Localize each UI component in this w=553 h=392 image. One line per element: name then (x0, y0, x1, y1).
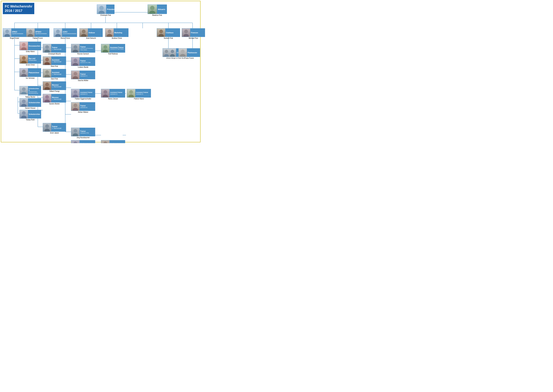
svg-point-69 (21, 61, 27, 63)
svg-point-48 (99, 6, 104, 10)
assist-trainer-jb-name: Rolf Rebholz (101, 53, 125, 55)
aktuarin-node: Aktuarin Beatrice Fink (148, 5, 167, 16)
svg-point-98 (74, 90, 77, 94)
assistent1b-role: Assistent (52, 72, 65, 73)
assistent1b-node: Assistent 1. Mannschaft Dani Fink (43, 69, 66, 80)
platzkassier-role: Platzkassier (187, 52, 199, 54)
aktuarin-name: Beatrice Fink (148, 14, 167, 16)
svg-point-49 (98, 11, 104, 14)
svg-point-114 (171, 50, 174, 53)
schiri2-role: Schiedsrichter (29, 113, 40, 115)
trainer2-node: Trainer 2. Mannschaft Erich Jakob (43, 123, 66, 134)
svg-point-51 (149, 11, 155, 14)
clubhaus-node: Clubhaus Norbert Fink (157, 28, 180, 39)
svg-point-93 (103, 49, 108, 52)
svg-point-54 (29, 30, 32, 33)
svg-point-74 (22, 99, 26, 103)
masseur1b-name: Sandro Beeler (43, 103, 66, 105)
svg-point-73 (21, 92, 27, 95)
trainer-jfg-subrole: Junioren F/G (80, 132, 94, 134)
trainer-jb2-role: Trainer (80, 60, 94, 62)
svg-point-91 (73, 49, 78, 52)
trainer-jc-role: Trainer (80, 73, 94, 75)
svg-point-66 (22, 43, 26, 47)
svg-point-80 (45, 58, 49, 61)
platzzeichner-node: Platzzeichner Ivo Schreier (20, 68, 41, 79)
ajko-name: Remo Christ (54, 37, 77, 39)
svg-point-77 (21, 116, 27, 118)
masseur1a-name: Gilbert Frangi (43, 90, 66, 92)
trainer-jc-subrole: Junioren C (80, 75, 94, 77)
assist-trainer-jb-subrole: Junioren B Thal United (110, 49, 124, 50)
marketing-name: Andrea Christ (105, 37, 128, 39)
president-name: Christoph Fink (97, 14, 114, 16)
svg-point-100 (104, 90, 107, 94)
anlaesse-role: Anlässe (89, 32, 102, 34)
svg-point-78 (45, 45, 49, 49)
anlaesse-name: Andi Dietschi (79, 37, 103, 39)
assist-trainer-jd1-role: Assistent-Trainer (80, 91, 94, 93)
svg-point-106 (74, 129, 77, 133)
assist-trainer-jd3-role: Assistent-Trainer (136, 91, 150, 93)
trainer-je-name: Adrian Walser (71, 111, 95, 113)
trainer-jb-promo-node: Trainer Junioren B Promotion Thal United… (71, 44, 95, 55)
spiko-role: SPIKO (12, 31, 25, 33)
svg-point-117 (180, 54, 185, 57)
schiri1-role: Schiedsrichter (29, 102, 40, 104)
trainer-jb-promo-subrole: Junioren B Promotion Thal United (80, 48, 94, 51)
schiri-verantwortlicher-role: Schiedsrichter & (29, 88, 40, 91)
spoko-subrole: Sportkommission (35, 33, 48, 35)
spoko-role: SPOKO (35, 31, 48, 33)
svg-point-57 (55, 34, 61, 37)
trainer1-name: Christoph Büschi (43, 53, 66, 55)
svg-point-115 (170, 54, 175, 57)
org-chart: Präsident Christoph Fink Aktuarin Beatri… (3, 4, 199, 140)
svg-point-75 (21, 104, 27, 107)
svg-point-50 (150, 6, 154, 10)
assistent1a-subrole: 1. Mannschaft (52, 61, 65, 63)
svg-point-56 (56, 30, 60, 33)
spoko-node: SPOKO Sportkommission Fabian Furrer (26, 28, 49, 39)
svg-point-94 (74, 59, 77, 62)
svg-point-101 (103, 95, 108, 97)
bau-name: Ernst Christ (20, 64, 41, 66)
svg-point-103 (128, 95, 134, 97)
page: FC Welschenrohr 2016 / 2017 (1, 1, 200, 142)
assist-trainer-jd1-subrole: Junioren D (80, 93, 94, 95)
svg-point-105 (73, 108, 78, 111)
svg-point-83 (44, 75, 50, 77)
svg-point-71 (21, 74, 27, 77)
assist-trainer-jd1-name: Fabian Eggenschwiler (71, 98, 95, 100)
trainer-jb-promo-name: Ronnie Gertsch (71, 53, 95, 55)
svg-point-67 (21, 47, 27, 50)
svg-point-87 (44, 99, 50, 102)
trainer-jc-name: Sascha Müller (71, 80, 95, 81)
bau-subrole: Infrastruktur (29, 59, 40, 61)
trainer-je-node: Trainer Junioren E Adrian Walser (71, 102, 95, 113)
masseur1a-node: Masseur 1. Mannschaft Gilbert Frangi (43, 81, 66, 92)
spiko-subrole: Spielkommission (12, 33, 25, 35)
trainer-jfg-role: Trainer (80, 130, 94, 132)
finanzen-node: Finanzen Michael Fluri (182, 28, 205, 39)
assist-jfg1-node: Assistent Junioren F/G Stefan Grollimund (71, 140, 95, 143)
schiri1-name: Daniel Hüsser (20, 107, 41, 109)
trainer-jfg-name: Jürg Nussbaumer (71, 137, 95, 139)
assist-trainer-jd2-subrole: Junioren D (110, 93, 124, 95)
assist-jfg2-role: Assistent (110, 143, 124, 143)
schiri-verantwortlicher-name: Tobias Beeler (20, 96, 41, 98)
svg-point-62 (159, 30, 163, 33)
assist-trainer-jd3-name: Patrick Hänni (127, 98, 151, 100)
masseur1a-subrole: 1. Mannschaft (52, 86, 65, 88)
president-role: Präsident (107, 8, 114, 10)
svg-point-60 (108, 30, 111, 33)
clubhaus-name: Norbert Fink (157, 37, 180, 39)
assist-trainer-jd1-node: Assistent-Trainer Junioren D Fabian Egge… (71, 89, 95, 100)
trainer2-subrole: 2. Mannschaft (52, 127, 65, 129)
svg-point-81 (44, 62, 50, 65)
bau-role: Bau und (29, 58, 40, 59)
ajko-node: AJKO Juniorenkommission Remo Christ (54, 28, 77, 39)
spiko-node: SPIKO Spielkommission Roger Kobel (3, 28, 26, 39)
schiri-verantwortlicher-node: Schiedsrichter & Schiedsrichter-Verantwo… (20, 86, 41, 98)
trainer1-role: Trainer (52, 47, 65, 49)
assistent1a-role: Assistent (52, 59, 65, 61)
